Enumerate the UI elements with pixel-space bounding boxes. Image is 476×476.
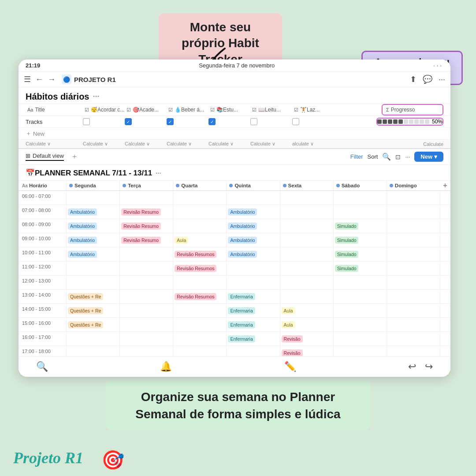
cell-quinta[interactable]: Ambulatório [226,233,279,247]
cell-sabado[interactable]: Simulado [333,261,387,275]
share-icon[interactable]: ⬆ [410,74,416,84]
cell-sexta[interactable] [280,205,333,219]
undo-icon[interactable]: ↩ [408,361,416,372]
cell-segunda[interactable] [66,261,119,275]
cell-terca[interactable] [119,275,173,289]
new-row[interactable]: ＋ New [19,128,450,140]
back-icon[interactable]: ← [35,75,43,84]
cell-quarta[interactable]: Aula [173,233,226,247]
cell-sexta[interactable]: Aula [280,318,333,331]
cell-sabado[interactable] [333,346,387,356]
cell-domingo[interactable] [387,318,440,331]
checkbox-leitu[interactable] [250,118,257,125]
cell-domingo[interactable] [387,332,440,346]
cell-sabado[interactable] [333,332,387,346]
cell-quarta[interactable] [173,332,226,346]
more-options-icon[interactable]: ··· [405,153,410,160]
cell-terca[interactable] [119,332,173,346]
cell-sexta[interactable] [280,290,333,303]
cell-sabado[interactable] [333,205,387,219]
bell-nav-icon[interactable]: 🔔 [160,361,172,372]
cell-quarta[interactable] [173,346,226,356]
cell-domingo[interactable] [387,233,440,247]
cell-sabado[interactable] [333,191,387,205]
cell-quinta[interactable]: Enfermaria [226,290,279,303]
check-beber[interactable]: ✓ [167,118,208,125]
cell-segunda[interactable]: Ambulatório [66,233,119,247]
cell-quinta[interactable] [226,346,279,356]
cell-terca[interactable] [119,261,173,275]
cell-terca[interactable]: Revisão Resumo [119,205,173,219]
cell-quarta[interactable] [173,304,226,317]
cell-quarta[interactable] [173,219,226,233]
cell-sexta[interactable] [280,247,333,261]
cell-domingo[interactable] [387,346,440,356]
cell-sabado[interactable] [333,304,387,317]
cell-domingo[interactable] [387,304,440,317]
cell-segunda[interactable]: Ambulatório [66,247,119,261]
cell-domingo[interactable] [387,261,440,275]
cell-sexta[interactable] [280,233,333,247]
cell-terca[interactable]: Revisão Resumo [119,233,173,247]
cell-terca[interactable]: Revisão Resumo [119,219,173,233]
search-icon[interactable]: 🔍 [382,152,391,161]
comment-icon[interactable]: 💬 [423,74,432,84]
cell-quinta[interactable]: Ambulatório [226,247,279,261]
cell-terca[interactable] [119,318,173,331]
cell-quarta[interactable]: Revisão Resumos [173,261,226,275]
new-button[interactable]: New ▾ [414,152,443,162]
cell-sexta[interactable] [280,261,333,275]
check-laz[interactable] [292,118,334,125]
cell-sabado[interactable]: Simulado [333,233,387,247]
filter-button[interactable]: Filter [350,153,363,160]
add-day-icon[interactable]: + [440,181,450,190]
cell-sabado[interactable] [333,318,387,331]
add-view-icon[interactable]: ＋ [71,152,78,161]
cell-sexta[interactable]: Aula [280,304,333,317]
cell-terca[interactable] [119,346,173,356]
menu-icon[interactable]: ☰ [24,74,31,84]
cell-sabado[interactable]: Simulado [333,219,387,233]
cell-sexta[interactable]: Revisão [280,332,333,346]
more-icon[interactable]: ··· [439,75,445,84]
check-estu[interactable]: ✓ [208,118,250,125]
cell-sabado[interactable]: Simulado [333,247,387,261]
cell-quinta[interactable] [226,261,279,275]
sort-button[interactable]: Sort [368,153,378,160]
cell-domingo[interactable] [387,205,440,219]
cell-sexta[interactable]: Revisão [280,346,333,356]
cell-segunda[interactable]: Questões + Re [66,318,119,331]
cell-domingo[interactable] [387,191,440,205]
default-view-tab[interactable]: ⊞ Default view [26,152,64,161]
cell-segunda[interactable] [66,191,119,205]
cell-sabado[interactable] [333,290,387,303]
cell-segunda[interactable]: Questões + Re [66,304,119,317]
cell-quinta[interactable]: Enfermaria [226,332,279,346]
check-leitu[interactable] [250,118,292,125]
cell-domingo[interactable] [387,290,440,303]
cell-quarta[interactable] [173,318,226,331]
checkbox-laz[interactable] [292,118,299,125]
cell-segunda[interactable]: Ambulatório [66,205,119,219]
checkbox-beber[interactable]: ✓ [167,118,174,125]
cell-segunda[interactable]: Questões + Re [66,290,119,303]
cell-quarta[interactable]: Revisão Resumos [173,247,226,261]
forward-icon[interactable]: → [48,75,56,84]
cell-sexta[interactable] [280,219,333,233]
cell-quinta[interactable]: Enfermaria [226,304,279,317]
cell-segunda[interactable] [66,275,119,289]
cell-quinta[interactable] [226,275,279,289]
cell-domingo[interactable] [387,219,440,233]
cell-quarta[interactable]: Revisão Resumos [173,290,226,303]
check-acordar[interactable] [83,118,125,125]
cell-segunda[interactable] [66,346,119,356]
check-academ[interactable]: ✓ [125,118,167,125]
cell-quinta[interactable] [226,191,279,205]
cell-terca[interactable] [119,304,173,317]
cell-sexta[interactable] [280,275,333,289]
layout-icon[interactable]: ⊡ [395,153,401,160]
redo-icon[interactable]: ↪ [425,361,433,372]
cell-quarta[interactable] [173,205,226,219]
cell-domingo[interactable] [387,275,440,289]
cell-segunda[interactable] [66,332,119,346]
